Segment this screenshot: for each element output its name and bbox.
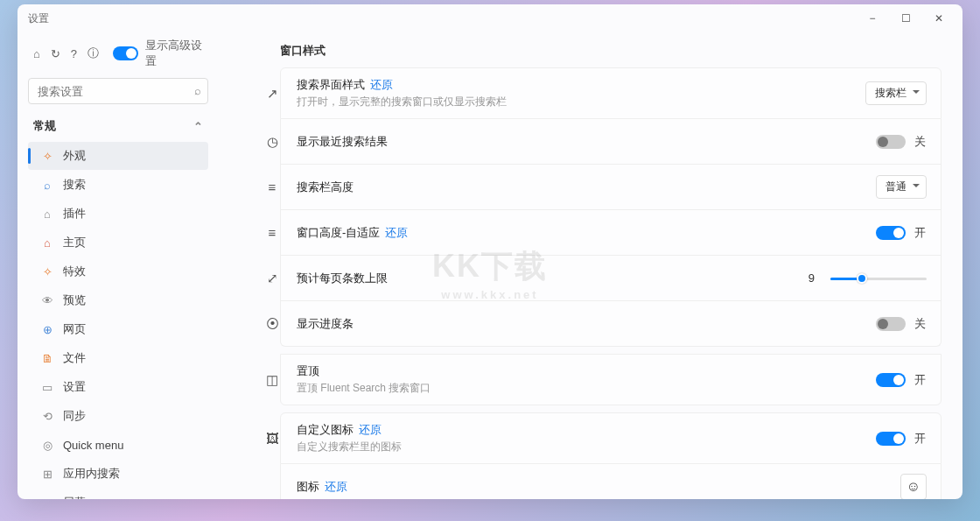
refresh-icon[interactable]: ↻ (51, 47, 60, 60)
toggle[interactable] (876, 373, 906, 387)
toggle[interactable] (876, 432, 906, 446)
toggle[interactable] (876, 317, 906, 331)
chevron-up-icon: ⌃ (193, 120, 203, 133)
sidebar-item-0[interactable]: ✧外观 (28, 142, 208, 170)
slider[interactable] (830, 271, 927, 286)
nav-label: 应用内搜索 (63, 466, 120, 482)
setting-row: ↗搜索界面样式 还原打开时，显示完整的搜索窗口或仅显示搜索栏搜索栏 (280, 67, 942, 119)
nav-icon: ⊕ (40, 323, 54, 336)
setting-row: ◫置顶置顶 Fluent Search 搜索窗口开 (280, 354, 942, 405)
advanced-label: 显示高级设置 (145, 38, 203, 69)
select[interactable]: 搜索栏 (865, 81, 927, 105)
nav-icon: ⌂ (40, 208, 54, 221)
nav-list: ✧外观⌕搜索⌂插件⌂主页✧特效👁预览⊕网页🗎文件▭设置⟲同步◎Quick men… (28, 141, 208, 499)
nav-label: 预览 (63, 292, 86, 308)
nav-icon: ⟲ (40, 410, 54, 423)
main-panel: 窗口样式 ↗搜索界面样式 还原打开时，显示完整的搜索窗口或仅显示搜索栏搜索栏◷显… (219, 32, 962, 499)
search-box: ⌕ (28, 78, 208, 104)
nav-icon: ▭ (40, 381, 54, 394)
row-title: 搜索界面样式 还原 (297, 77, 865, 93)
sidebar-item-4[interactable]: ✧特效 (28, 257, 208, 285)
nav-label: 搜索 (63, 177, 86, 193)
group-header[interactable]: 常规 ⌃ (28, 111, 208, 141)
toolbar-icons: ⌂ ↻ ? ⓘ 显示高级设置 (28, 32, 208, 78)
setting-row: ◷显示最近搜索结果关 (280, 119, 942, 165)
sidebar-item-12[interactable]: ▭屏幕 (28, 489, 208, 499)
close-button[interactable]: ✕ (922, 4, 956, 32)
nav-label: 插件 (63, 206, 86, 222)
sidebar-item-6[interactable]: ⊕网页 (28, 315, 208, 343)
nav-icon: ▭ (40, 496, 54, 500)
setting-row: 🖼自定义图标 还原自定义搜索栏里的图标开 (280, 412, 942, 464)
row-icon: ⦿ (260, 316, 284, 331)
sidebar-item-5[interactable]: 👁预览 (28, 286, 208, 314)
nav-icon: ⊞ (40, 468, 54, 481)
setting-row: ≡搜索栏高度普通 (280, 165, 942, 210)
row-subtitle: 打开时，显示完整的搜索窗口或仅显示搜索栏 (297, 95, 865, 109)
group-label: 常规 (33, 118, 56, 134)
sidebar: ⌂ ↻ ? ⓘ 显示高级设置 ⌕ 常规 ⌃ ✧外观⌕搜索⌂插件⌂主页✧特效👁预览… (18, 32, 219, 499)
restore-link[interactable]: 还原 (359, 423, 382, 436)
row-title: 自定义图标 还原 (297, 422, 876, 438)
window-title: 设置 (28, 11, 49, 26)
row-title: 图标 还原 (297, 479, 900, 495)
row-icon: ≡ (260, 180, 284, 194)
restore-link[interactable]: 还原 (325, 480, 347, 493)
restore-link[interactable]: 还原 (370, 78, 393, 91)
sidebar-item-1[interactable]: ⌕搜索 (28, 171, 208, 199)
toggle-state: 关 (914, 316, 927, 332)
settings-window: 设置 − ☐ ✕ ⌂ ↻ ? ⓘ 显示高级设置 ⌕ 常规 ⌃ (18, 4, 962, 499)
sidebar-item-2[interactable]: ⌂插件 (28, 200, 208, 228)
row-icon: ⤢ (260, 271, 284, 286)
advanced-toggle[interactable] (113, 46, 138, 60)
nav-icon: ⌂ (40, 236, 54, 250)
toggle[interactable] (876, 226, 906, 240)
restore-link[interactable]: 还原 (385, 226, 408, 239)
row-icon: ◫ (260, 372, 284, 388)
sidebar-item-8[interactable]: ▭设置 (28, 373, 208, 401)
nav-icon: ◎ (40, 439, 54, 452)
row-title: 窗口高度-自适应 还原 (297, 225, 876, 241)
nav-label: 同步 (63, 408, 86, 424)
row-title: 预计每页条数上限 (297, 271, 808, 286)
select[interactable]: 普通 (876, 175, 927, 199)
row-title: 显示最近搜索结果 (297, 134, 876, 150)
maximize-button[interactable]: ☐ (889, 4, 922, 32)
row-icon: ◷ (260, 134, 284, 150)
row-icon: ≡ (260, 225, 284, 240)
nav-label: 设置 (63, 379, 86, 395)
row-title: 置顶 (297, 363, 876, 379)
row-icon: 🖼 (260, 431, 284, 446)
titlebar: 设置 − ☐ ✕ (18, 4, 962, 32)
nav-icon: 👁 (40, 294, 54, 307)
minimize-button[interactable]: − (856, 4, 889, 32)
nav-label: 网页 (63, 321, 86, 337)
row-subtitle: 置顶 Fluent Search 搜索窗口 (297, 381, 876, 396)
sidebar-item-9[interactable]: ⟲同步 (28, 402, 208, 430)
nav-label: 屏幕 (63, 495, 86, 499)
row-title: 显示进度条 (297, 316, 876, 332)
toggle-state: 开 (914, 372, 927, 388)
search-icon: ⌕ (194, 84, 201, 97)
search-input[interactable] (28, 78, 208, 104)
help-icon[interactable]: ? (71, 47, 77, 60)
toggle-state: 开 (914, 225, 927, 241)
toggle[interactable] (876, 135, 906, 149)
row-title: 搜索栏高度 (297, 180, 876, 195)
section-title: 窗口样式 (280, 32, 942, 67)
info-icon[interactable]: ⓘ (88, 46, 99, 61)
toggle-state: 开 (914, 431, 927, 447)
slider-value: 9 (808, 271, 815, 285)
setting-row: ⦿显示进度条关 (280, 301, 942, 347)
emoji-button[interactable]: ☺ (900, 474, 927, 500)
toggle-state: 关 (914, 134, 927, 150)
bag-icon[interactable]: ⌂ (33, 47, 40, 60)
row-icon: ↗ (260, 86, 284, 102)
setting-row: ⤢预计每页条数上限9 (280, 256, 942, 301)
sidebar-item-11[interactable]: ⊞应用内搜索 (28, 460, 208, 488)
sidebar-item-10[interactable]: ◎Quick menu (28, 431, 208, 459)
nav-icon: ✧ (40, 265, 54, 278)
nav-label: 外观 (63, 148, 86, 164)
sidebar-item-7[interactable]: 🗎文件 (28, 344, 208, 372)
sidebar-item-3[interactable]: ⌂主页 (28, 229, 208, 257)
